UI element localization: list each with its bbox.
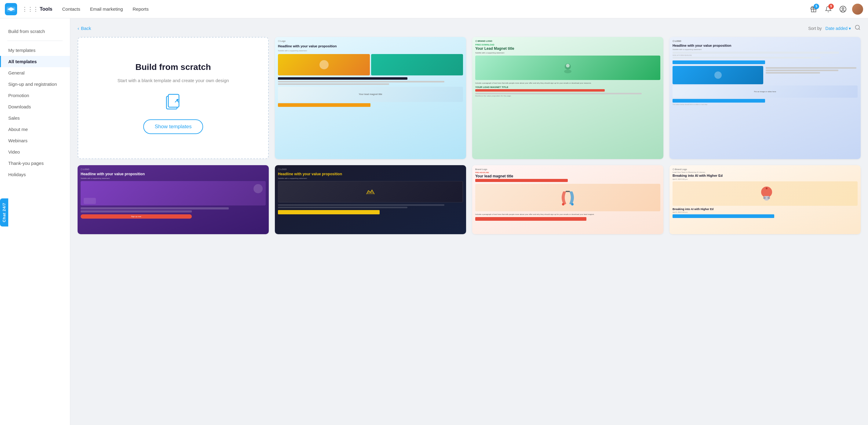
template-preview-marketing: ⬡ Logo Headline with your value proposit… [275, 37, 466, 159]
nav-reports[interactable]: Reports [132, 6, 149, 11]
scratch-description: Start with a blank template and create y… [117, 77, 229, 84]
svg-point-10 [564, 70, 571, 73]
template-card-magnet[interactable]: Brand Logo PRE-HEADLINE Your lead magnet… [472, 165, 663, 234]
sidebar-item-promotion[interactable]: Promotion [0, 90, 70, 101]
template-preview-ai: ⬡ Brand Logo Lead Your Team in Mastering… [670, 165, 861, 234]
sidebar-item-sign-up[interactable]: Sign-up and registration [0, 78, 70, 90]
template-card-knowledge[interactable]: ⬡ BRAND LOGO FREE DOWNLOAD Your Lead Mag… [472, 37, 663, 159]
sort-value: Date added [826, 26, 847, 31]
sidebar-item-sales[interactable]: Sales [0, 112, 70, 124]
template-card-purple[interactable]: ⬡ LOGO Headline with your value proposit… [78, 165, 269, 234]
settings-button[interactable] [837, 4, 848, 15]
template-preview-knowledge: ⬡ BRAND LOGO FREE DOWNLOAD Your Lead Mag… [472, 37, 663, 159]
svg-point-14 [766, 188, 768, 189]
chat-widget[interactable]: Chat 24/7 [0, 198, 8, 227]
svg-point-16 [768, 197, 770, 199]
template-card-ai[interactable]: ⬡ Brand Logo Lead Your Team in Mastering… [670, 165, 861, 234]
svg-point-9 [566, 64, 569, 67]
page-layout: Build from scratch My templates All temp… [0, 18, 868, 425]
sort-label: Sort by [808, 26, 822, 31]
svg-point-12 [571, 203, 574, 205]
nav-contacts[interactable]: Contacts [62, 6, 80, 11]
sidebar-item-holidays[interactable]: Holidays [0, 169, 70, 180]
notifications-button[interactable]: 5 [808, 4, 819, 15]
tools-label[interactable]: Tools [40, 6, 52, 12]
template-preview-magnet: Brand Logo PRE-HEADLINE Your lead magnet… [472, 165, 663, 234]
grid-icon[interactable]: ⋮⋮⋮ [22, 6, 38, 12]
back-button[interactable]: ‹ Back [78, 26, 91, 31]
templates-grid-row2: ⬡ LOGO Headline with your value proposit… [78, 165, 861, 234]
nav-right-actions: 5 9 [808, 4, 863, 15]
sidebar-item-all-templates[interactable]: All templates [0, 56, 70, 67]
template-preview-lead: ⬡ LOGO Headline with your value proposit… [670, 37, 861, 159]
avatar[interactable] [852, 4, 863, 15]
alerts-badge: 9 [828, 4, 834, 9]
template-card-dark[interactable]: ⬡ LOGO Headline with your value proposit… [275, 165, 466, 234]
top-navigation: ⋮⋮⋮ Tools Contacts Email marketing Repor… [0, 0, 868, 18]
chevron-left-icon: ‹ [78, 26, 79, 31]
nav-email-marketing[interactable]: Email marketing [90, 6, 123, 11]
sidebar-item-about-me[interactable]: About me [0, 124, 70, 135]
template-headline: Headline with your value proposition [278, 44, 463, 48]
search-button[interactable] [855, 25, 861, 32]
template-preview-dark: ⬡ LOGO Headline with your value proposit… [275, 165, 466, 234]
svg-line-4 [859, 29, 860, 30]
template-preview-purple: ⬡ LOGO Headline with your value proposit… [78, 165, 269, 234]
sidebar-item-general[interactable]: General [0, 67, 70, 78]
svg-point-3 [856, 25, 860, 29]
logo[interactable] [5, 3, 17, 15]
template-icon [164, 93, 182, 112]
sidebar-item-thank-you[interactable]: Thank-you pages [0, 158, 70, 169]
template-logo: ⬡ Logo [278, 40, 463, 42]
sidebar: Build from scratch My templates All temp… [0, 18, 70, 425]
svg-point-15 [763, 197, 766, 199]
show-templates-button[interactable]: Show templates [143, 119, 204, 134]
scratch-card[interactable]: Build from scratch Start with a blank te… [78, 37, 269, 159]
sidebar-item-build-from-scratch[interactable]: Build from scratch [0, 26, 70, 37]
template-card-lead[interactable]: ⬡ LOGO Headline with your value proposit… [670, 37, 861, 159]
template-subtext: Subtitle with a supporting statement [278, 50, 463, 52]
chat-label: Chat 24/7 [2, 203, 6, 222]
sort-dropdown[interactable]: Date added ▾ [826, 26, 851, 31]
scratch-title: Build from scratch [135, 62, 211, 72]
template-card-marketing[interactable]: ⬡ Logo Headline with your value proposit… [275, 37, 466, 159]
svg-point-2 [842, 8, 844, 9]
chevron-down-icon: ▾ [849, 26, 851, 31]
templates-grid: Build from scratch Start with a blank te… [78, 37, 861, 159]
sort-area: Sort by Date added ▾ [808, 25, 861, 32]
sidebar-item-video[interactable]: Video [0, 146, 70, 158]
sidebar-item-my-templates[interactable]: My templates [0, 44, 70, 56]
back-label: Back [81, 26, 91, 31]
svg-point-7 [177, 99, 178, 101]
svg-point-11 [562, 203, 564, 205]
nav-links: Contacts Email marketing Reports [62, 6, 808, 11]
sidebar-item-webinars[interactable]: Webinars [0, 135, 70, 146]
main-content: ‹ Back Sort by Date added ▾ Build [70, 18, 868, 425]
content-topbar: ‹ Back Sort by Date added ▾ [78, 18, 861, 37]
notifications-badge: 5 [814, 4, 819, 9]
alerts-button[interactable]: 9 [823, 4, 834, 15]
sidebar-item-downloads[interactable]: Downloads [0, 101, 70, 112]
